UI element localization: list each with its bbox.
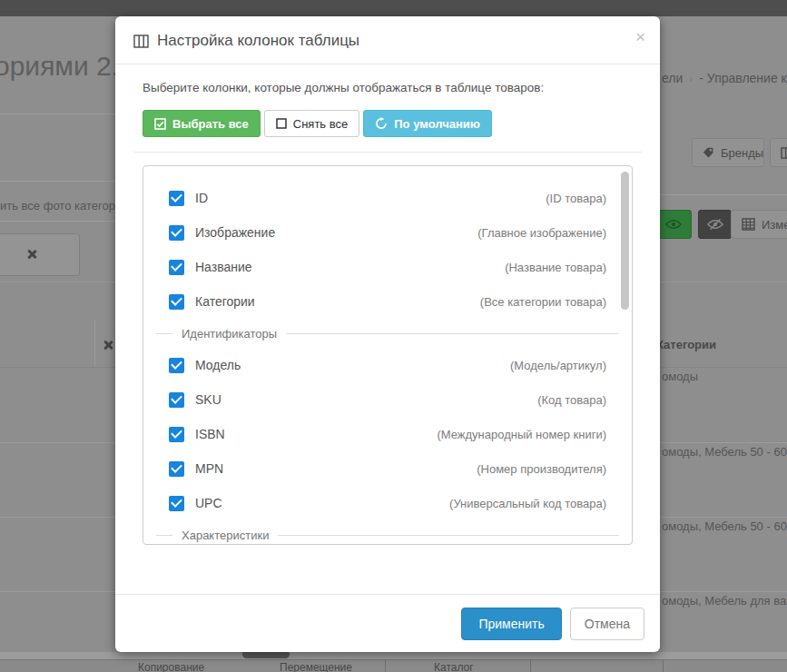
column-description: (Универсальный код товара) <box>449 497 606 510</box>
divider <box>133 152 642 153</box>
column-label: UPC <box>195 496 222 510</box>
bottom-tab[interactable]: Перемещение <box>280 661 352 672</box>
breadcrumb-item[interactable]: ели <box>662 71 683 85</box>
checkbox-checked-icon[interactable] <box>169 260 184 275</box>
hide-button[interactable] <box>698 210 732 239</box>
brands-button-label: Бренды <box>721 146 763 160</box>
table-row: омоды, Мебель 50 - 60 с <box>662 519 787 533</box>
deselect-all-label: Снять все <box>293 117 348 131</box>
checked-box-icon <box>154 118 166 130</box>
column-label: ID <box>195 191 208 205</box>
scrollbar-thumb[interactable] <box>621 172 629 310</box>
column-label: ISBN <box>195 427 225 441</box>
column-description: (Все категории товара) <box>480 295 606 309</box>
table-border <box>0 320 115 321</box>
columns-list: ID(ID товара)Изображение(Главное изображ… <box>143 165 633 545</box>
divider <box>0 181 115 182</box>
checkbox-checked-icon[interactable] <box>169 461 184 477</box>
divider-line <box>156 333 172 334</box>
table-border <box>660 591 787 592</box>
bulk-actions: Выбрать все Снять все По умолчанию <box>143 110 633 137</box>
admin-top-bar <box>0 0 787 16</box>
table-border <box>660 517 787 518</box>
column-row: Изображение(Главное изображение) <box>143 215 632 250</box>
column-description: (Модель/артикул) <box>510 359 606 372</box>
column-description: (Код товара) <box>537 393 606 407</box>
divider-line <box>278 535 619 536</box>
column-row: MPN(Номер производителя) <box>143 451 632 486</box>
edit-columns-button[interactable]: Измен <box>731 210 787 239</box>
reset-default-label: По умолчанию <box>394 117 480 131</box>
table-border <box>0 591 115 592</box>
column-group-divider: Идентификаторы <box>143 319 632 348</box>
bottom-tab[interactable]: Копирование <box>138 661 204 672</box>
table-border <box>660 442 787 443</box>
brands-button[interactable]: Бренды <box>692 138 764 167</box>
bottom-tab[interactable]: Каталог <box>434 661 474 672</box>
close-icon[interactable]: × <box>635 28 645 45</box>
table-border <box>94 320 95 368</box>
refresh-icon <box>375 117 388 130</box>
divider <box>663 660 664 672</box>
column-label: Модель <box>195 358 241 372</box>
checkbox-checked-icon[interactable] <box>169 225 184 241</box>
divider-line <box>156 535 172 536</box>
modal-header: Настройка колонок таблицы × <box>115 16 660 64</box>
apply-button[interactable]: Применить <box>461 608 561 640</box>
column-row: ISBN(Международный номер книги) <box>143 417 632 451</box>
table-grid-icon <box>742 218 755 231</box>
select-all-button[interactable]: Выбрать все <box>143 110 261 137</box>
column-label: Название <box>195 260 252 274</box>
clear-icon[interactable] <box>26 249 37 260</box>
table-border <box>660 320 787 321</box>
eye-slash-icon <box>707 218 723 231</box>
modal-intro-text: Выберите колонки, которые должны отображ… <box>143 81 633 94</box>
checkbox-checked-icon[interactable] <box>169 294 184 310</box>
modal-title: Настройка колонок таблицы <box>133 32 642 50</box>
table-row: омоды <box>662 370 698 383</box>
column-row: UPC(Универсальный код товара) <box>143 486 632 520</box>
left-panel-label: ить все фото категор <box>0 199 115 212</box>
column-row: ID(ID товара) <box>143 181 632 215</box>
eye-icon <box>665 219 682 230</box>
table-border <box>0 517 115 518</box>
modal-title-text: Настройка колонок таблицы <box>157 32 359 50</box>
column-description: (ID товара) <box>546 192 606 205</box>
cancel-button[interactable]: Отмена <box>570 608 644 640</box>
column-label: Изображение <box>195 225 275 240</box>
divider <box>385 660 386 672</box>
table-columns-icon <box>781 147 787 159</box>
checkbox-checked-icon[interactable] <box>169 191 184 206</box>
reset-default-button[interactable]: По умолчанию <box>363 110 492 137</box>
modal-body: Выберите колонки, которые должны отображ… <box>115 64 660 545</box>
bottom-tab-bar: КопированиеПеремещениеКаталог <box>0 659 787 672</box>
table-row: омоды, Мебель 50 - 60 с <box>662 445 787 459</box>
table-row: омоды, Мебель для ван <box>662 594 787 608</box>
column-group-label: Характеристики <box>182 529 269 542</box>
clear-filter-icon[interactable] <box>103 340 113 351</box>
columns-settings-button[interactable] <box>770 138 787 167</box>
column-row: Модель(Модель/артикул) <box>143 348 632 382</box>
checkbox-checked-icon[interactable] <box>169 358 184 373</box>
checkbox-checked-icon[interactable] <box>169 392 184 408</box>
table-column-header[interactable]: Категории <box>656 338 716 351</box>
table-columns-icon <box>133 35 149 48</box>
divider <box>660 282 787 282</box>
empty-box-icon <box>276 118 287 129</box>
breadcrumb-separator: › <box>689 73 693 85</box>
divider <box>530 660 531 672</box>
column-description: (Главное изображение) <box>477 226 606 240</box>
column-group-label: Идентификаторы <box>182 327 277 341</box>
column-row: Название(Название товара) <box>143 250 632 284</box>
breadcrumb-item[interactable]: - Управление ка <box>699 71 787 85</box>
column-description: (Международный номер книги) <box>437 428 606 441</box>
checkbox-checked-icon[interactable] <box>169 496 184 511</box>
filter-clear-box[interactable] <box>0 233 80 276</box>
divider <box>660 194 787 195</box>
edit-columns-button-label: Измен <box>762 218 787 232</box>
tag-icon <box>703 147 714 159</box>
checkbox-checked-icon[interactable] <box>169 427 184 442</box>
column-group-divider: Характеристики <box>143 520 632 545</box>
deselect-all-button[interactable]: Снять все <box>264 110 359 137</box>
column-description: (Название товара) <box>505 261 606 274</box>
